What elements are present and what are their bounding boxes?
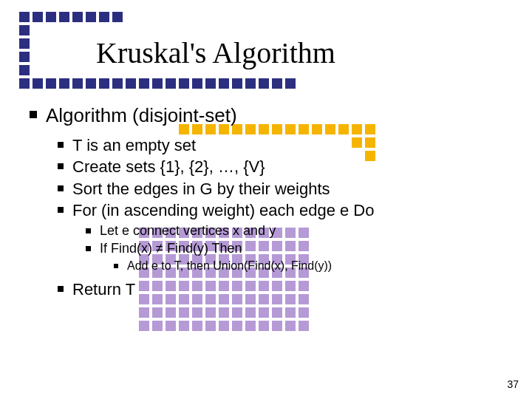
bullet-level1: Algorithm (disjoint-set) — [30, 103, 502, 128]
slide-number: 37 — [507, 378, 519, 390]
bullet-text: For (in ascending weight) each edge e Do — [72, 200, 502, 221]
bullet-level2: Sort the edges in G by their weights — [58, 179, 502, 200]
bullet-level4: Add e to T, then Union(Find(x), Find(y)) — [114, 259, 502, 273]
bullet-level2: Create sets {1}, {2}, …, {V} — [58, 157, 502, 177]
bullet-level2: T is an empty set — [58, 135, 502, 156]
decor-squares-bottom — [19, 78, 296, 89]
bullet-text: Add e to T, then Union(Find(x), Find(y)) — [127, 259, 502, 273]
bullet-level3: If Find(x) ≠ Find(y) Then — [86, 240, 502, 257]
bullet-text: Sort the edges in G by their weights — [72, 179, 502, 200]
bullet-text: Return T — [72, 279, 502, 300]
bullet-text: Algorithm (disjoint-set) — [46, 103, 502, 128]
bullet-text: If Find(x) ≠ Find(y) Then — [100, 240, 502, 257]
decor-squares-top — [19, 12, 123, 22]
slide-content: Algorithm (disjoint-set) T is an empty s… — [30, 103, 502, 301]
bullet-text: Let e connect vertices x and y — [100, 222, 502, 239]
slide-title: Kruskal's Algorithm — [96, 35, 335, 70]
bullet-text: T is an empty set — [72, 135, 502, 156]
bullet-level3: Let e connect vertices x and y — [86, 222, 502, 239]
bullet-level2: For (in ascending weight) each edge e Do — [58, 200, 502, 221]
bullet-level2: Return T — [58, 279, 502, 300]
slide: Kruskal's Algorithm Algorithm (disjoint-… — [0, 0, 532, 399]
bullet-text: Create sets {1}, {2}, …, {V} — [72, 157, 502, 177]
